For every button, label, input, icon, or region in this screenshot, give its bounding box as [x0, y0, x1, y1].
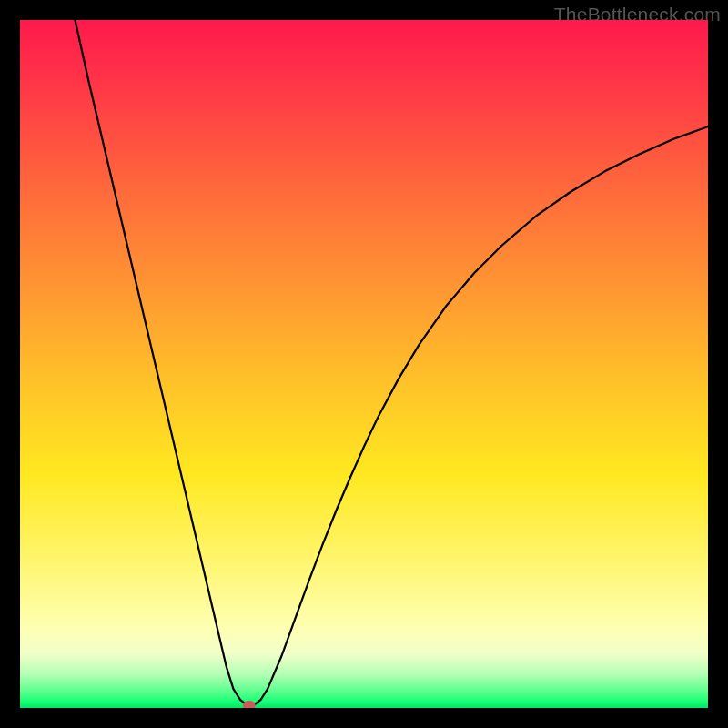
curve-svg	[20, 20, 708, 708]
minimum-marker	[243, 701, 256, 708]
plot-area	[20, 20, 708, 708]
chart-frame: TheBottleneck.com	[0, 0, 728, 728]
bottleneck-curve	[75, 20, 708, 705]
